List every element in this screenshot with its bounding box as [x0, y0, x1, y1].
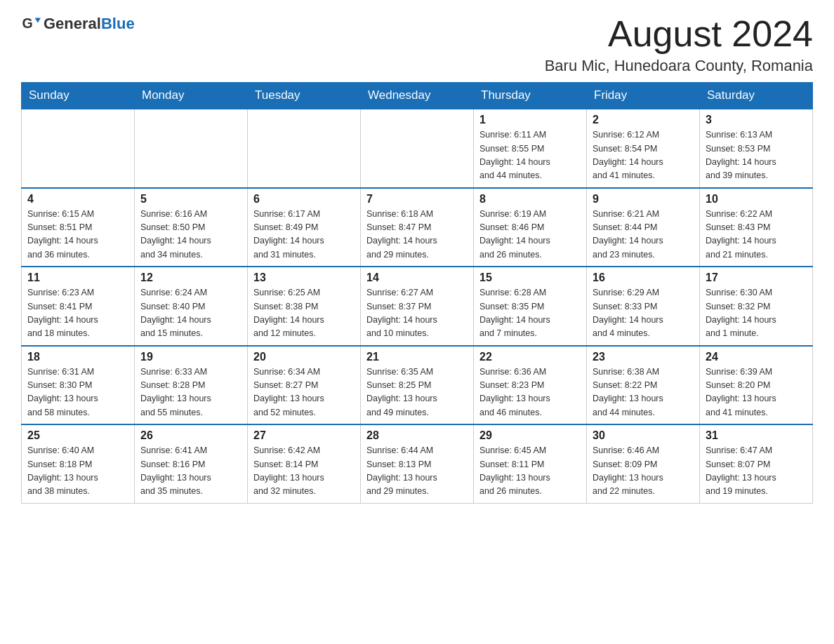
calendar-week-row: 1Sunrise: 6:11 AM Sunset: 8:55 PM Daylig…: [22, 109, 813, 188]
day-number: 24: [706, 351, 807, 363]
day-number: 26: [140, 429, 241, 442]
day-info: Sunrise: 6:35 AM Sunset: 8:25 PM Dayligh…: [366, 365, 468, 420]
day-info: Sunrise: 6:23 AM Sunset: 8:41 PM Dayligh…: [27, 286, 128, 341]
logo-icon: G: [21, 14, 41, 34]
svg-marker-1: [35, 18, 41, 23]
day-info: Sunrise: 6:25 AM Sunset: 8:38 PM Dayligh…: [253, 286, 355, 341]
day-number: 15: [479, 271, 581, 284]
day-info: Sunrise: 6:36 AM Sunset: 8:23 PM Dayligh…: [479, 365, 581, 420]
day-info: Sunrise: 6:18 AM Sunset: 8:47 PM Dayligh…: [366, 208, 468, 262]
day-number: 20: [253, 351, 355, 363]
day-info: Sunrise: 6:28 AM Sunset: 8:35 PM Dayligh…: [479, 286, 581, 341]
calendar-cell: 6Sunrise: 6:17 AM Sunset: 8:49 PM Daylig…: [248, 188, 361, 267]
day-info: Sunrise: 6:38 AM Sunset: 8:22 PM Dayligh…: [593, 365, 694, 420]
svg-text:G: G: [22, 15, 32, 31]
day-info: Sunrise: 6:12 AM Sunset: 8:54 PM Dayligh…: [593, 128, 694, 183]
calendar-cell: 22Sunrise: 6:36 AM Sunset: 8:23 PM Dayli…: [474, 346, 587, 425]
day-number: 30: [593, 429, 694, 442]
day-info: Sunrise: 6:47 AM Sunset: 8:07 PM Dayligh…: [706, 444, 807, 499]
day-info: Sunrise: 6:22 AM Sunset: 8:43 PM Dayligh…: [706, 208, 807, 262]
location-title: Baru Mic, Hunedoara County, Romania: [545, 57, 813, 75]
calendar-cell: 29Sunrise: 6:45 AM Sunset: 8:11 PM Dayli…: [474, 424, 587, 503]
day-number: 14: [366, 271, 468, 284]
calendar-cell: 26Sunrise: 6:41 AM Sunset: 8:16 PM Dayli…: [135, 424, 248, 503]
day-number: 3: [706, 114, 807, 126]
day-number: 31: [706, 429, 807, 442]
day-info: Sunrise: 6:30 AM Sunset: 8:32 PM Dayligh…: [706, 286, 807, 341]
day-info: Sunrise: 6:34 AM Sunset: 8:27 PM Dayligh…: [253, 365, 355, 420]
day-number: 25: [27, 429, 128, 442]
day-number: 23: [593, 351, 694, 363]
calendar-week-row: 11Sunrise: 6:23 AM Sunset: 8:41 PM Dayli…: [22, 267, 813, 346]
day-info: Sunrise: 6:15 AM Sunset: 8:51 PM Dayligh…: [27, 208, 128, 262]
calendar-cell: 14Sunrise: 6:27 AM Sunset: 8:37 PM Dayli…: [361, 267, 474, 346]
calendar-cell: 2Sunrise: 6:12 AM Sunset: 8:54 PM Daylig…: [587, 109, 700, 188]
day-info: Sunrise: 6:13 AM Sunset: 8:53 PM Dayligh…: [706, 128, 807, 183]
day-number: 28: [366, 429, 468, 442]
calendar-week-row: 18Sunrise: 6:31 AM Sunset: 8:30 PM Dayli…: [22, 346, 813, 425]
calendar-cell: 28Sunrise: 6:44 AM Sunset: 8:13 PM Dayli…: [361, 424, 474, 503]
day-number: 19: [140, 351, 241, 363]
month-title: August 2024: [545, 14, 813, 54]
day-number: 1: [479, 114, 581, 126]
calendar-cell: 21Sunrise: 6:35 AM Sunset: 8:25 PM Dayli…: [361, 346, 474, 425]
calendar-cell: 23Sunrise: 6:38 AM Sunset: 8:22 PM Dayli…: [587, 346, 700, 425]
calendar-cell: 24Sunrise: 6:39 AM Sunset: 8:20 PM Dayli…: [700, 346, 813, 425]
calendar-cell: 12Sunrise: 6:24 AM Sunset: 8:40 PM Dayli…: [135, 267, 248, 346]
calendar-cell: [22, 109, 135, 188]
calendar-cell: 30Sunrise: 6:46 AM Sunset: 8:09 PM Dayli…: [587, 424, 700, 503]
logo-text-blue: Blue: [101, 15, 135, 32]
day-info: Sunrise: 6:19 AM Sunset: 8:46 PM Dayligh…: [479, 208, 581, 262]
calendar-cell: 18Sunrise: 6:31 AM Sunset: 8:30 PM Dayli…: [22, 346, 135, 425]
calendar-table: SundayMondayTuesdayWednesdayThursdayFrid…: [21, 82, 813, 504]
day-info: Sunrise: 6:31 AM Sunset: 8:30 PM Dayligh…: [27, 365, 128, 420]
calendar-cell: 5Sunrise: 6:16 AM Sunset: 8:50 PM Daylig…: [135, 188, 248, 267]
day-number: 6: [253, 193, 355, 206]
day-info: Sunrise: 6:16 AM Sunset: 8:50 PM Dayligh…: [140, 208, 241, 262]
calendar-header-wednesday: Wednesday: [361, 83, 474, 109]
day-number: 29: [479, 429, 581, 442]
calendar-cell: 7Sunrise: 6:18 AM Sunset: 8:47 PM Daylig…: [361, 188, 474, 267]
day-number: 17: [706, 271, 807, 284]
calendar-cell: 20Sunrise: 6:34 AM Sunset: 8:27 PM Dayli…: [248, 346, 361, 425]
calendar-week-row: 4Sunrise: 6:15 AM Sunset: 8:51 PM Daylig…: [22, 188, 813, 267]
calendar-cell: 16Sunrise: 6:29 AM Sunset: 8:33 PM Dayli…: [587, 267, 700, 346]
day-number: 2: [593, 114, 694, 126]
day-info: Sunrise: 6:21 AM Sunset: 8:44 PM Dayligh…: [593, 208, 694, 262]
day-info: Sunrise: 6:39 AM Sunset: 8:20 PM Dayligh…: [706, 365, 807, 420]
calendar-cell: 1Sunrise: 6:11 AM Sunset: 8:55 PM Daylig…: [474, 109, 587, 188]
day-number: 18: [27, 351, 128, 363]
day-info: Sunrise: 6:17 AM Sunset: 8:49 PM Dayligh…: [253, 208, 355, 262]
calendar-cell: 25Sunrise: 6:40 AM Sunset: 8:18 PM Dayli…: [22, 424, 135, 503]
calendar-cell: 13Sunrise: 6:25 AM Sunset: 8:38 PM Dayli…: [248, 267, 361, 346]
calendar-header-row: SundayMondayTuesdayWednesdayThursdayFrid…: [22, 83, 813, 109]
calendar-week-row: 25Sunrise: 6:40 AM Sunset: 8:18 PM Dayli…: [22, 424, 813, 503]
calendar-cell: 9Sunrise: 6:21 AM Sunset: 8:44 PM Daylig…: [587, 188, 700, 267]
day-number: 16: [593, 271, 694, 284]
calendar-header-monday: Monday: [135, 83, 248, 109]
calendar-cell: 31Sunrise: 6:47 AM Sunset: 8:07 PM Dayli…: [700, 424, 813, 503]
title-block: August 2024 Baru Mic, Hunedoara County, …: [545, 14, 813, 75]
calendar-cell: 4Sunrise: 6:15 AM Sunset: 8:51 PM Daylig…: [22, 188, 135, 267]
calendar-cell: 15Sunrise: 6:28 AM Sunset: 8:35 PM Dayli…: [474, 267, 587, 346]
calendar-header-sunday: Sunday: [22, 83, 135, 109]
calendar-header-friday: Friday: [587, 83, 700, 109]
day-info: Sunrise: 6:44 AM Sunset: 8:13 PM Dayligh…: [366, 444, 468, 499]
day-info: Sunrise: 6:29 AM Sunset: 8:33 PM Dayligh…: [593, 286, 694, 341]
calendar-header-saturday: Saturday: [700, 83, 813, 109]
calendar-cell: 3Sunrise: 6:13 AM Sunset: 8:53 PM Daylig…: [700, 109, 813, 188]
day-info: Sunrise: 6:45 AM Sunset: 8:11 PM Dayligh…: [479, 444, 581, 499]
day-number: 10: [706, 193, 807, 206]
day-number: 13: [253, 271, 355, 284]
day-info: Sunrise: 6:42 AM Sunset: 8:14 PM Dayligh…: [253, 444, 355, 499]
calendar-header-thursday: Thursday: [474, 83, 587, 109]
page-header: G GeneralBlue August 2024 Baru Mic, Hune…: [21, 14, 813, 75]
day-number: 8: [479, 193, 581, 206]
day-number: 22: [479, 351, 581, 363]
day-info: Sunrise: 6:33 AM Sunset: 8:28 PM Dayligh…: [140, 365, 241, 420]
day-number: 21: [366, 351, 468, 363]
day-number: 4: [27, 193, 128, 206]
calendar-cell: [248, 109, 361, 188]
day-number: 27: [253, 429, 355, 442]
day-number: 9: [593, 193, 694, 206]
